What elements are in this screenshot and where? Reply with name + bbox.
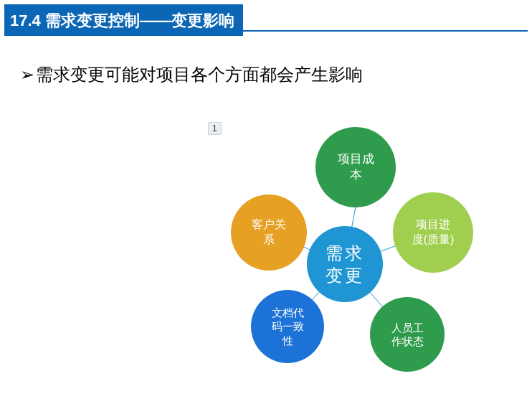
connector-lines	[0, 0, 532, 394]
title-underline	[4, 30, 528, 32]
page-number: 1	[208, 122, 222, 135]
node-doc-code-consistency: 文档代码一致性	[251, 290, 324, 363]
bullet-text: 需求变更可能对项目各个方面都会产生影响	[36, 65, 363, 84]
node-project-progress: 项目进度(质量)	[393, 192, 473, 273]
node-customer-relation: 客户关系	[231, 194, 307, 271]
node-center-requirement-change: 需求变更	[307, 226, 383, 302]
svg-line-1	[269, 233, 345, 264]
bullet-marker: ➢	[20, 65, 34, 84]
node-project-cost: 项目成本	[315, 127, 396, 207]
concept-diagram: 项目成本 客户关系 项目进度(质量) 文档代码一致性 人员工作状态 需求变更	[0, 0, 532, 394]
bullet-line: ➢需求变更可能对项目各个方面都会产生影响	[20, 63, 363, 86]
svg-line-2	[345, 233, 433, 264]
svg-line-3	[288, 264, 345, 327]
svg-line-0	[345, 207, 356, 264]
node-staff-status: 人员工作状态	[370, 297, 445, 372]
svg-line-4	[345, 264, 407, 334]
